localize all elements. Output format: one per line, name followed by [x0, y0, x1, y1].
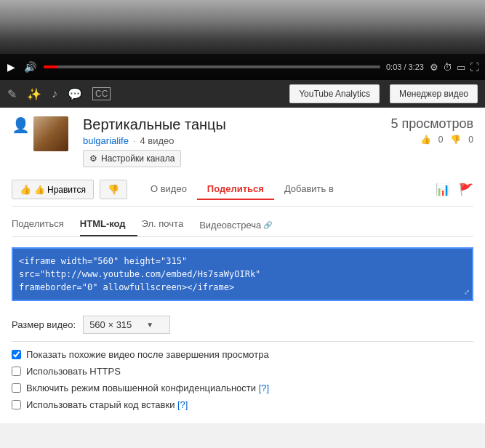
embed-code-box[interactable]: <iframe width="560" height="315"src="htt… [12, 247, 473, 301]
share-tabs: Поделиться HTML-код Эл. почта Видеовстре… [12, 207, 473, 237]
music-icon[interactable]: ♪ [52, 87, 57, 100]
action-bar: 👍 👍 Нравится 👎 О видео Поделиться Добави… [12, 173, 473, 207]
video-toolbar: ✎ ✨ ♪ 💬 CC YouTube Analytics Менеджер ви… [0, 80, 485, 108]
views-info: 5 просмотров 👍 0 👎 0 [386, 116, 473, 145]
embed-code-text: <iframe width="560" height="315"src="htt… [19, 255, 466, 294]
main-content: 👤 Вертикальные танцы bulgarialife · 4 ви… [0, 108, 485, 423]
channel-name-row: bulgarialife · 4 видео [83, 135, 386, 146]
option-checkbox-1[interactable] [12, 367, 21, 376]
option-label-0: Показать похожие видео после завершения … [26, 349, 269, 360]
share-tab-html[interactable]: HTML-код [80, 214, 137, 236]
tab-add-to[interactable]: Добавить в [274, 179, 344, 200]
video-player: ▶ 🔊 0:03 / 3:23 ⚙ ⏱ ▭ ⛶ [0, 0, 485, 80]
youtube-analytics-button[interactable]: YouTube Analytics [289, 84, 380, 103]
size-value: 560 × 315 [89, 319, 132, 330]
action-tabs: О видео Поделиться Добавить в [140, 179, 430, 200]
options-section: Показать похожие видео после завершения … [12, 342, 473, 423]
channel-info: Вертикальные танцы bulgarialife · 4 виде… [83, 116, 386, 167]
action-tab-icons: 📊 🚩 [436, 183, 473, 196]
flag-icon[interactable]: 🚩 [459, 183, 473, 196]
tab-about-video[interactable]: О видео [140, 179, 197, 200]
dislike-button[interactable]: 👎 [100, 180, 127, 199]
option-label-3: Использовать старый код вставки [?] [26, 399, 188, 410]
like-dislike-counts: 👍 0 👎 0 [386, 135, 473, 145]
channel-header: 👤 Вертикальные танцы bulgarialife · 4 ви… [12, 116, 473, 167]
dropdown-arrow-icon: ▼ [146, 321, 153, 329]
share-tab-share[interactable]: Поделиться [12, 214, 76, 236]
thumbdown-icon: 👎 [450, 135, 461, 145]
video-manager-button[interactable]: Менеджер видео [390, 84, 478, 103]
stats-icon[interactable]: 📊 [436, 183, 450, 196]
separator: · [133, 135, 136, 146]
miniplayer-icon[interactable]: ▭ [457, 62, 465, 73]
privacy-help-link[interactable]: [?] [259, 383, 269, 393]
time-display: 0:03 / 3:23 [386, 63, 424, 71]
gear-icon: ⚙ [89, 153, 97, 164]
fullscreen-icon[interactable]: ⛶ [470, 62, 479, 73]
views-count: 5 просмотров [386, 116, 473, 132]
cc-icon[interactable]: CC [92, 87, 111, 100]
thumbup-icon: 👍 [420, 135, 431, 145]
video-controls: ▶ 🔊 0:03 / 3:23 ⚙ ⏱ ▭ ⛶ [0, 54, 485, 80]
likes-count: 0 [438, 135, 444, 145]
user-icon: 👤 [12, 116, 30, 134]
settings-icon[interactable]: ⚙ [430, 62, 438, 73]
external-link-icon: 🔗 [263, 221, 272, 229]
channel-settings-button[interactable]: ⚙ Настройки канала [83, 150, 181, 167]
caption-icon[interactable]: 💬 [68, 87, 82, 101]
share-tab-email[interactable]: Эл. почта [142, 214, 196, 236]
embed-section: <iframe width="560" height="315"src="htt… [12, 237, 473, 308]
option-checkbox-0[interactable] [12, 350, 21, 359]
video-count: 4 видео [140, 135, 175, 146]
option-row-1: Использовать HTTPS [12, 366, 473, 377]
progress-bar[interactable] [44, 65, 380, 68]
control-icons: ⚙ ⏱ ▭ ⛶ [430, 62, 479, 73]
size-selector: Размер видео: 560 × 315 ▼ [12, 308, 473, 342]
clock-icon[interactable]: ⏱ [443, 62, 452, 73]
tab-share[interactable]: Поделиться [197, 179, 274, 200]
size-label: Размер видео: [12, 319, 76, 330]
option-row-2: Включить режим повышенной конфиденциальн… [12, 383, 473, 393]
magic-icon[interactable]: ✨ [27, 87, 41, 101]
volume-button[interactable]: 🔊 [23, 61, 38, 73]
play-button[interactable]: ▶ [6, 61, 17, 73]
old-code-help-link[interactable]: [?] [177, 399, 188, 410]
video-title: Вертикальные танцы [83, 116, 386, 133]
option-row-0: Показать похожие видео после завершения … [12, 349, 473, 360]
option-checkbox-2[interactable] [12, 383, 21, 393]
avatar [33, 116, 68, 151]
option-checkbox-3[interactable] [12, 400, 21, 409]
option-label-2: Включить режим повышенной конфиденциальн… [26, 383, 269, 393]
channel-name[interactable]: bulgarialife [83, 135, 129, 146]
share-tab-videomeeting[interactable]: Видеовстреча 🔗 [199, 220, 272, 231]
resize-handle[interactable]: ⤢ [464, 287, 470, 297]
option-row-3: Использовать старый код вставки [?] [12, 399, 473, 410]
dislikes-count: 0 [468, 135, 473, 145]
progress-fill [44, 65, 57, 68]
edit-icon[interactable]: ✎ [7, 87, 17, 101]
size-dropdown[interactable]: 560 × 315 ▼ [83, 316, 170, 334]
option-label-1: Использовать HTTPS [26, 366, 121, 377]
like-button[interactable]: 👍 👍 Нравится [12, 180, 94, 199]
